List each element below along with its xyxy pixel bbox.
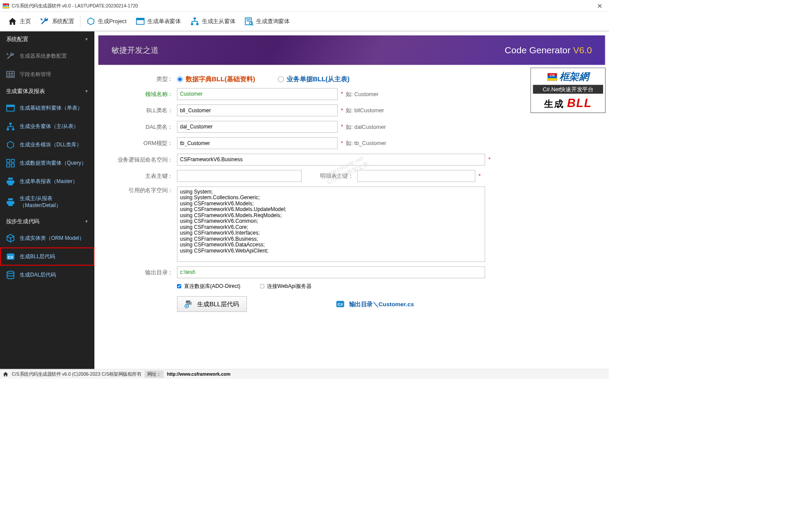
config-button[interactable]: 系统配置 [35, 14, 79, 28]
refns-textarea[interactable]: using System; using System.Collections.G… [177, 187, 485, 262]
home-label: 主页 [20, 17, 31, 25]
sidebar-item-dll-module[interactable]: 生成业务模块（DLL类库） [0, 136, 94, 154]
sidebar-section-label: 按步生成代码 [6, 218, 40, 225]
toolbar-separator [80, 15, 80, 27]
orm-hint: 如: tb_Customer [346, 139, 386, 147]
output-input[interactable] [177, 266, 485, 278]
dal-input[interactable] [177, 121, 338, 133]
svg-rect-11 [7, 105, 14, 107]
database-icon [6, 270, 15, 280]
chk-label: 直连数据库(ADO-Direct) [184, 283, 240, 290]
orm-label: ORM模型： [111, 139, 177, 147]
single-label: 生成单表窗体 [147, 17, 181, 25]
csharp-icon: C# [335, 300, 345, 308]
svg-rect-14 [12, 128, 14, 130]
bll-label: BLL类名： [111, 107, 177, 114]
svg-rect-12 [9, 123, 11, 125]
sidebar-section-forms[interactable]: 生成窗体及报表▼ [0, 83, 94, 99]
sidebar-item-label: 生成业务模块（DLL类库） [20, 142, 82, 149]
home-button[interactable]: 主页 [3, 14, 36, 28]
sidebar-item-query-form[interactable]: 生成数据查询窗体（Query） [0, 154, 94, 173]
sidebar-item-label: 生成器系统参数配置 [20, 52, 67, 59]
close-icon[interactable]: ✕ [593, 2, 607, 10]
bll-input[interactable] [177, 104, 338, 116]
sidebar-item-master-report[interactable]: 生成单表报表（Master） [0, 173, 94, 191]
output-file-link[interactable]: C# 输出目录＼Customer.cs [335, 300, 414, 308]
master-form-button[interactable]: 生成主从窗体 [185, 14, 240, 28]
svg-text:C#: C# [337, 302, 343, 307]
generate-bll-button[interactable]: 生成BLL层代码 [177, 296, 247, 312]
svg-rect-4 [196, 23, 198, 25]
svg-rect-1 [136, 18, 144, 20]
sidebar-item-label: 生成业务窗体（主/从表） [20, 123, 79, 130]
box-icon [6, 234, 15, 243]
sidebar-item-dal[interactable]: 生成DAL层代码 [0, 266, 94, 284]
banner-brand: Code Generator V6.0 [505, 45, 592, 55]
refns-label: 引用的名字空间： [111, 187, 177, 194]
sidebar-item-bll[interactable]: C#生成BLL层代码 [0, 247, 94, 266]
grid-icon [6, 70, 15, 79]
sidebar-item-label: 生成单表报表（Master） [20, 178, 78, 185]
required-star: * [341, 91, 343, 97]
sidebar-item-orm[interactable]: 生成实体类（ORM Model） [0, 229, 94, 247]
wrench-icon [40, 17, 49, 26]
orm-input[interactable] [177, 137, 338, 149]
genbtn-label: 生成BLL层代码 [197, 300, 239, 308]
sidebar: 系统配置▼ 生成器系统参数配置 字段名称管理 生成窗体及报表▼ 生成基础资料窗体… [0, 31, 94, 369]
sidebar-item-detail-report[interactable]: 生成主/从报表（Master/Detail） [0, 191, 94, 214]
required-star: * [479, 173, 481, 179]
pk1-input[interactable] [177, 170, 302, 182]
dal-label: DAL类名： [111, 123, 177, 131]
sidebar-item-sysparams[interactable]: 生成器系统参数配置 [0, 47, 94, 65]
pk1-label: 主表主键： [111, 172, 177, 180]
chevron-down-icon: ▼ [85, 37, 89, 42]
namespace-label: 业务逻辑层命名空间： [111, 156, 177, 163]
domain-input[interactable] [177, 88, 338, 100]
sidebar-item-label: 生成主/从报表（Master/Detail） [20, 195, 89, 209]
sidebar-item-business-form[interactable]: 生成业务窗体（主/从表） [0, 118, 94, 136]
home-icon [8, 17, 17, 26]
domain-label: 领域名称： [111, 90, 177, 98]
sidebar-item-label: 生成BLL层代码 [20, 253, 55, 260]
badge-title: 框架網 [559, 70, 589, 84]
pk2-input[interactable] [357, 170, 475, 182]
window-title: C/S系统代码生成器软件 v6.0 - LASTUPDATE:20230214-… [12, 3, 138, 9]
status-url-label: 网址： [145, 370, 164, 378]
radio-dict-bll[interactable]: 数据字典BLL(基础资料) [177, 75, 255, 83]
svg-rect-17 [7, 164, 10, 167]
svg-rect-3 [191, 23, 193, 25]
pk2-label: 明细表主键： [302, 172, 357, 180]
dal-hint: 如: dalCustomer [346, 123, 386, 131]
type-label: 类型： [111, 76, 177, 83]
sidebar-item-fieldnames[interactable]: 字段名称管理 [0, 65, 94, 83]
app-logo-icon: C/S [3, 3, 9, 8]
cube-icon [86, 17, 95, 26]
master-label: 生成主从窗体 [202, 17, 236, 25]
tiles-icon [6, 159, 15, 168]
sidebar-section-stepgen[interactable]: 按步生成代码▼ [0, 214, 94, 229]
svg-rect-18 [11, 164, 14, 167]
window-icon [135, 17, 145, 26]
svg-line-9 [252, 24, 253, 26]
config-label: 系统配置 [52, 17, 74, 25]
gear-windows-icon [184, 300, 193, 308]
svg-point-25 [186, 305, 187, 307]
sidebar-item-label: 生成DAL层代码 [20, 271, 56, 278]
status-url-link[interactable]: http://www.csframework.com [167, 371, 230, 377]
project-button[interactable]: 生成Project [82, 14, 131, 28]
sidebar-item-label: 生成数据查询窗体（Query） [20, 160, 87, 167]
chk-ado-direct[interactable]: 直连数据库(ADO-Direct) [177, 283, 240, 290]
single-form-button[interactable]: 生成单表窗体 [131, 14, 186, 28]
status-bar: C/S系统代码生成器软件 v6.0 (C)2006-2023 C/S框架网版权所… [0, 369, 609, 379]
radio-business-bll[interactable]: 业务单据BLL(从主表) [278, 75, 350, 83]
hierarchy-icon [6, 122, 15, 131]
sidebar-section-config[interactable]: 系统配置▼ [0, 31, 94, 47]
namespace-input[interactable] [177, 154, 485, 166]
sidebar-item-label: 生成实体类（ORM Model） [20, 235, 84, 242]
domain-hint: 如: Customer [346, 90, 378, 98]
output-label: 输出目录： [111, 269, 177, 276]
sidebar-item-label: 字段名称管理 [20, 71, 51, 78]
sidebar-item-basic-form[interactable]: 生成基础资料窗体（单表） [0, 99, 94, 118]
query-form-button[interactable]: 生成查询窗体 [240, 14, 295, 28]
chk-webapi[interactable]: 连接WebApi服务器 [260, 283, 312, 290]
